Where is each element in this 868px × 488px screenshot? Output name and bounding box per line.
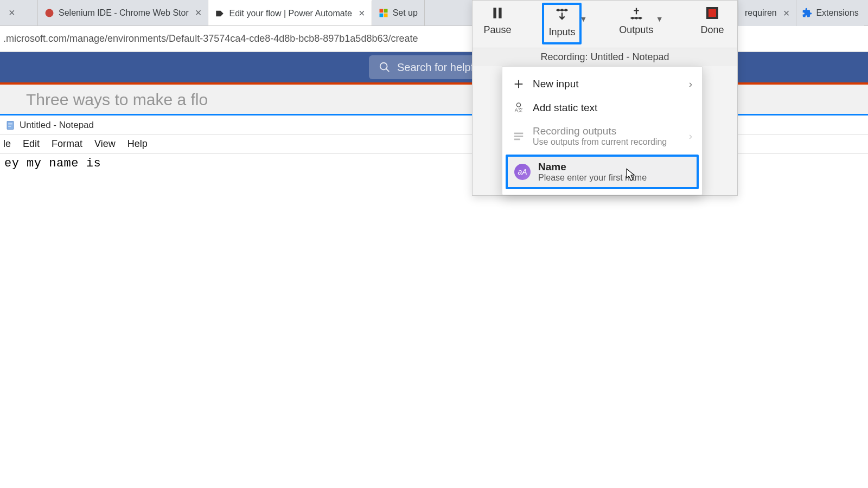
address-bar[interactable]: .microsoft.com/manage/environments/Defau… <box>0 26 868 52</box>
flow-icon <box>215 9 225 18</box>
search-icon <box>379 61 391 73</box>
notepad-titlebar: Untitled - Notepad <box>0 115 868 135</box>
menu-recording-outputs: Recording outputs Use outputs from curre… <box>502 120 702 152</box>
inputs-label: Inputs <box>548 27 575 38</box>
pause-button[interactable]: Pause <box>480 5 515 36</box>
outputs-icon <box>628 5 644 21</box>
notepad-title: Untitled - Notepad <box>20 120 94 131</box>
chevron-down-icon[interactable]: ▼ <box>656 15 663 23</box>
menu-format[interactable]: Format <box>52 138 82 150</box>
static-text-icon: A文 <box>512 101 525 114</box>
tab-title: Set up <box>393 8 418 18</box>
done-label: Done <box>700 24 724 36</box>
menu-label: Add static text <box>533 102 597 114</box>
browser-tab[interactable]: Set up <box>372 0 425 25</box>
close-icon[interactable]: × <box>783 7 790 20</box>
extensions-label: Extensions <box>816 8 858 18</box>
svg-rect-7 <box>7 121 14 129</box>
svg-rect-11 <box>493 8 496 18</box>
done-button[interactable]: Done <box>695 5 730 36</box>
page-banner: Search for helpful resources <box>0 52 868 82</box>
close-icon[interactable]: × <box>9 7 15 19</box>
selenium-icon <box>44 8 54 18</box>
svg-point-21 <box>639 17 641 20</box>
browser-tab[interactable]: × <box>0 0 38 25</box>
outputs-button[interactable]: Outputs <box>619 5 654 36</box>
text-variable-icon: aA <box>514 164 531 180</box>
menu-sublabel: Use outputs from current recording <box>533 137 667 147</box>
browser-tab[interactable]: requiren × <box>738 0 796 26</box>
menu-label: New input <box>533 78 579 90</box>
outputs-label: Outputs <box>619 24 653 36</box>
svg-line-6 <box>386 69 390 72</box>
chevron-right-icon: › <box>689 130 692 142</box>
microsoft-icon <box>379 8 388 18</box>
browser-tab-active[interactable]: Edit your flow | Power Automate × <box>208 0 372 25</box>
tab-title: Selenium IDE - Chrome Web Stor <box>59 8 189 18</box>
menu-file[interactable]: le <box>3 138 11 150</box>
svg-point-14 <box>557 9 560 11</box>
svg-text:A文: A文 <box>515 107 523 113</box>
extensions-button[interactable]: Extensions <box>796 8 864 18</box>
svg-point-16 <box>565 9 567 11</box>
inputs-button-group[interactable]: Inputs ▼ <box>546 5 587 42</box>
svg-point-20 <box>635 17 637 20</box>
svg-rect-30 <box>514 139 520 140</box>
menu-view[interactable]: View <box>94 138 116 150</box>
chevron-down-icon[interactable]: ▼ <box>579 15 587 23</box>
puzzle-icon <box>802 8 813 18</box>
notepad-icon <box>5 120 15 130</box>
menu-new-input[interactable]: New input › <box>502 72 702 96</box>
notepad-window: Untitled - Notepad le Edit Format View H… <box>0 114 868 488</box>
close-icon[interactable]: × <box>359 7 365 20</box>
recorder-toolbar: Pause Inputs ▼ Outputs ▼ <box>472 0 738 196</box>
svg-rect-3 <box>379 13 383 17</box>
inputs-icon <box>554 7 570 23</box>
tab-strip-right: requiren × Extensions <box>738 0 864 26</box>
pause-label: Pause <box>483 24 511 36</box>
svg-rect-1 <box>379 9 383 12</box>
svg-rect-12 <box>499 8 501 18</box>
pause-icon <box>489 5 506 21</box>
recorder-status: Recording: Untitled - Notepad <box>473 48 737 66</box>
svg-rect-4 <box>384 13 387 17</box>
svg-rect-29 <box>514 136 524 137</box>
svg-point-19 <box>631 17 634 20</box>
plus-icon <box>512 78 525 91</box>
menu-add-static-text[interactable]: A文 Add static text <box>502 96 702 120</box>
headline-strip: Three ways to make a flo <box>0 82 868 115</box>
menu-help[interactable]: Help <box>127 138 148 150</box>
notepad-menubar: le Edit Format View Help <box>0 135 868 153</box>
close-icon[interactable]: × <box>195 7 202 19</box>
modal-scrim <box>0 85 868 114</box>
stop-icon <box>704 5 720 21</box>
recording-outputs-icon <box>512 130 525 143</box>
menu-edit[interactable]: Edit <box>23 138 40 150</box>
svg-point-15 <box>561 9 564 11</box>
inputs-dropdown: New input › A文 Add static text Recording… <box>502 66 703 195</box>
menu-input-name[interactable]: aA Name Please enter your first name <box>506 155 699 189</box>
url-text: .microsoft.com/manage/environments/Defau… <box>3 33 418 44</box>
svg-point-0 <box>46 9 54 17</box>
outputs-button-group[interactable]: Outputs ▼ <box>619 5 663 36</box>
mouse-cursor-icon <box>626 168 636 182</box>
tab-title: requiren <box>745 8 777 18</box>
inputs-button[interactable]: Inputs <box>542 3 582 44</box>
notepad-text-area[interactable]: ey my name is <box>0 153 868 174</box>
tab-title: Edit your flow | Power Automate <box>229 9 352 18</box>
svg-point-5 <box>380 63 387 70</box>
menu-label: Recording outputs <box>533 125 667 137</box>
svg-rect-28 <box>514 133 524 134</box>
browser-tab[interactable]: Selenium IDE - Chrome Web Stor × <box>38 0 208 25</box>
svg-rect-2 <box>384 9 387 12</box>
svg-point-26 <box>516 103 520 107</box>
chevron-right-icon: › <box>689 78 692 90</box>
